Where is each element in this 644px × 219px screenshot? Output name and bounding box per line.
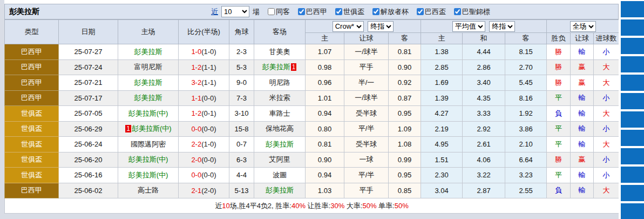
odds-away-cell: 1.09	[389, 121, 421, 137]
brazil-cup-checkbox[interactable]	[417, 8, 424, 15]
odds-company-select[interactable]: Crow*	[333, 21, 364, 32]
paulista-checkbox[interactable]	[454, 8, 461, 15]
brazil-serie-a-checkbox[interactable]	[298, 8, 305, 15]
odds-away-cell: 0.87	[389, 90, 421, 106]
odds-handicap-cell: 半/一	[344, 75, 389, 91]
odds-kind-select[interactable]: 终指	[368, 21, 394, 32]
checkbox-label: 巴西甲	[306, 7, 327, 17]
away-team-cell: 波圖	[254, 168, 306, 183]
avg-draw-cell: 2.86	[463, 59, 505, 75]
scope-select[interactable]: 全场	[570, 21, 596, 32]
filter-controls: 近 10 場 同客 巴西甲 世俱盃 解放者杯 巴	[211, 6, 490, 17]
avg-away-cell: 1.92	[505, 106, 547, 122]
league-cell: 世俱盃	[5, 106, 59, 122]
odds-away-cell: 0.85	[389, 183, 421, 198]
halftime-score: (0-0)	[201, 171, 216, 179]
avg-draw-cell: 2.61	[463, 137, 505, 152]
table-row: 世俱盃 25-06-20 彭美拉斯(中) 2-0(0-0) 6-3 艾阿里 0.…	[5, 152, 619, 168]
odds-away-cell: 0.90	[389, 59, 421, 75]
corner-cell: 0-7	[229, 137, 254, 152]
date-cell: 25-06-20	[59, 152, 118, 168]
halftime-score: (1-0)	[201, 140, 216, 148]
goals-result-cell: 大	[594, 59, 619, 75]
avg-home-cell: 2.30	[421, 168, 463, 183]
header-away: 客场	[254, 20, 306, 44]
summary-row: 近10场,胜4平4负2, 胜率:40% 让胜率:30% 大率:50% 单率:50…	[5, 198, 619, 214]
same-away-checkbox-group: 同客	[265, 7, 290, 17]
avg-draw-cell: 3.40	[463, 75, 505, 91]
halftime-score: (0-0)	[201, 125, 216, 133]
avg-away-cell: 2.55	[505, 183, 547, 198]
odds-home-cell: 0.81	[306, 137, 344, 152]
header-corner: 角球	[229, 20, 254, 44]
avg-source-select[interactable]: 平均值	[452, 21, 485, 32]
home-team-cell: 彭美拉斯	[118, 44, 179, 60]
recent-link[interactable]: 近	[211, 7, 218, 17]
odds-home-cell: 1.01	[306, 90, 344, 106]
date-cell: 25-07-21	[59, 75, 118, 91]
away-team-name: 彭美拉斯	[266, 186, 294, 194]
table-row: 世俱盃 25-06-29 1彭美拉斯(中) 0-0(0-0) 15-8 保地花高…	[5, 121, 619, 137]
home-team-name: 彭美拉斯(中)	[132, 124, 172, 132]
header-home: 主场	[118, 20, 179, 44]
page-title: 彭美拉斯	[9, 7, 39, 17]
summary-text: 近10场,胜4平4负2, 胜率:40% 让胜率:30% 大率:50% 单率:50…	[5, 198, 619, 214]
away-team-name: 波圖	[273, 171, 287, 179]
goals-result-cell: 小	[594, 168, 619, 183]
league-cell: 巴西甲	[5, 90, 59, 106]
table-row: 世俱盃 25-06-16 彭美拉斯(中) 0-0(0-0) 4-4 波圖 0.9…	[5, 168, 619, 183]
avg-draw-cell: 4.06	[463, 152, 505, 168]
avg-away-cell: 2.70	[505, 59, 547, 75]
corner-cell: 6-3	[229, 152, 254, 168]
subheader-goals: 进球数	[594, 33, 619, 44]
table-row: 巴西甲 25-07-21 彭美拉斯 3-2(1-1) 9-0 明尼路 0.96 …	[5, 75, 619, 91]
league-checkbox-group: 世俱盃	[332, 7, 364, 17]
league-cell: 世俱盃	[5, 168, 59, 183]
handicap-result-cell: 輸	[571, 168, 594, 183]
games-suffix-label: 場	[253, 7, 260, 17]
avg-kind-select[interactable]: 终指	[489, 21, 515, 32]
header-score: 比分(半场)	[179, 20, 229, 44]
away-team-name: 車路士	[269, 109, 290, 117]
away-team-cell: 車路士	[254, 106, 306, 122]
avg-home-cell: 1.69	[421, 75, 463, 91]
club-world-cup-checkbox[interactable]	[335, 8, 342, 15]
odds-handicap-cell: 平手	[344, 183, 389, 198]
avg-home-cell: 2.85	[421, 59, 463, 75]
subheader-avg-away: 客	[505, 33, 547, 44]
home-team-name: 彭美拉斯(中)	[128, 171, 168, 179]
halftime-score: (2-0)	[201, 187, 216, 195]
home-team-cell: 富明尼斯	[118, 59, 179, 75]
away-team-name: 保地花高	[266, 124, 294, 132]
away-team-cell: 彭美拉斯	[254, 183, 306, 198]
date-cell: 25-07-24	[59, 59, 118, 75]
corner-cell: 4-4	[229, 168, 254, 183]
date-cell: 25-06-24	[59, 137, 118, 152]
avg-home-cell: 2.19	[421, 121, 463, 137]
home-team-cell: 1彭美拉斯(中)	[118, 121, 179, 137]
avg-draw-cell: 3.22	[463, 168, 505, 183]
odds-away-cell: 0.92	[389, 75, 421, 91]
home-team-cell: 彭美拉斯	[118, 75, 179, 91]
goals-result-cell: 大	[594, 183, 619, 198]
result-cell: 勝	[547, 59, 571, 75]
recent-games-select[interactable]: 10	[221, 6, 249, 17]
checkbox-label: 巴聖錦標	[462, 7, 490, 17]
live-red-badge: 1	[125, 125, 131, 132]
goals-result-cell: 小	[594, 90, 619, 106]
league-cell: 巴西甲	[5, 44, 59, 60]
score-cell: 0-0(0-0)	[179, 121, 229, 137]
date-cell: 25-07-05	[59, 106, 118, 122]
same-away-checkbox[interactable]	[268, 8, 275, 15]
scope-group-header: 全场	[547, 20, 619, 33]
corner-cell: 5-13	[229, 183, 254, 198]
subheader-result: 胜负	[547, 33, 571, 44]
handicap-result-cell: 輸	[571, 106, 594, 122]
away-team-cell: 保地花高	[254, 121, 306, 137]
table-body: 巴西甲 25-07-27 彭美拉斯 1-0(1-0) 2-3 甘美奧 1.07 …	[5, 44, 619, 198]
avg-home-cell: 1.38	[421, 44, 463, 60]
avg-draw-cell: 4.35	[463, 90, 505, 106]
libertadores-checkbox[interactable]	[372, 8, 379, 15]
odds-away-cell: 0.81	[389, 44, 421, 60]
avg-home-cell: 3.04	[421, 183, 463, 198]
